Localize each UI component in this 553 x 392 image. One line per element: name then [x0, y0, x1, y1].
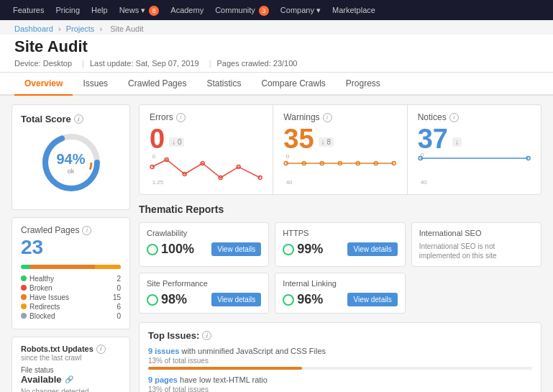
right-panel: Errors i 0 ↓ 0 1.25 0 — [139, 104, 541, 392]
report-https-row: 99% View details — [283, 242, 397, 257]
issue-item-1: 9 pages have low text-HTML ratio 13% of … — [148, 375, 532, 392]
notices-info-icon[interactable]: i — [449, 113, 459, 122]
left-panel: Total Score i 94% ok — [12, 104, 130, 392]
nav-news[interactable]: News ▾ 8 — [114, 0, 165, 20]
issue-pct-1: 13% of total issues — [148, 386, 532, 392]
report-https-name: HTTPS — [283, 229, 397, 237]
crawled-pages-title: Crawled Pages i — [21, 225, 121, 235]
robots-note: No changes detected — [21, 388, 121, 392]
report-linking-score: 96% — [283, 292, 323, 307]
legend-broken: Broken 0 — [21, 284, 121, 292]
warnings-title: Warnings i — [283, 112, 396, 122]
nav-help[interactable]: Help — [86, 0, 114, 20]
svg-text:0: 0 — [152, 153, 156, 160]
thematic-reports-title: Thematic Reports — [139, 204, 541, 215]
notices-value: 37 — [418, 125, 448, 152]
reports-grid: Crawlability 100% View details HTTPS — [139, 222, 541, 314]
total-score-title: Total Score i — [21, 114, 121, 124]
dot-have-issues — [21, 294, 27, 300]
nav-company[interactable]: Company ▾ — [275, 0, 326, 20]
errors-metric: Errors i 0 ↓ 0 1.25 0 — [140, 105, 273, 194]
view-details-linking[interactable]: View details — [347, 293, 397, 306]
bar-healthy — [21, 265, 30, 269]
metrics-row: Errors i 0 ↓ 0 1.25 0 — [139, 104, 541, 195]
view-details-perf[interactable]: View details — [211, 293, 261, 306]
warnings-value: 35 — [283, 125, 314, 152]
robots-subtitle: since the last crawl — [21, 354, 121, 362]
total-score-info-icon[interactable]: i — [74, 114, 83, 124]
report-internal-linking: Internal Linking 96% View details — [275, 273, 405, 314]
view-details-https[interactable]: View details — [347, 242, 397, 256]
crawled-pages-legend: Healthy 2 Broken 0 Have Issues — [21, 275, 121, 320]
issue-count-1: 9 pages — [148, 375, 178, 384]
tab-compare-crawls[interactable]: Compare Crawls — [251, 73, 335, 96]
page-header: Site Audit Device: Desktop | Last update… — [0, 35, 553, 73]
tab-issues[interactable]: Issues — [73, 73, 118, 96]
device-label: Device: Desktop — [14, 59, 72, 68]
nav-community[interactable]: Community 3 — [209, 0, 275, 20]
notices-title: Notices i — [418, 112, 531, 122]
warnings-chart: 40 0 — [283, 152, 396, 185]
robots-info-icon[interactable]: i — [96, 345, 106, 354]
svg-text:0: 0 — [286, 153, 290, 160]
warnings-info-icon[interactable]: i — [323, 113, 332, 122]
report-linking-name: Internal Linking — [283, 279, 397, 288]
report-https-score: 99% — [283, 242, 323, 257]
tab-progress[interactable]: Progress — [336, 73, 390, 96]
circle-icon-linking — [283, 294, 294, 306]
news-badge: 8 — [149, 6, 159, 16]
breadcrumb-dashboard[interactable]: Dashboard — [14, 24, 53, 33]
legend-redirects: Redirects 6 — [21, 303, 121, 311]
view-details-crawlability[interactable]: View details — [211, 242, 261, 256]
robots-link-icon[interactable]: 🔗 — [65, 375, 73, 383]
nav-academy[interactable]: Academy — [165, 0, 209, 20]
errors-chart: 1.25 0 — [150, 152, 262, 185]
issue-bar-bg-0 — [148, 367, 532, 370]
crawled-pages-bar — [21, 265, 121, 269]
report-https: HTTPS 99% View details — [275, 222, 405, 267]
issue-item-0: 9 issues with unminified JavaScript and … — [148, 347, 532, 370]
top-navigation: Features Pricing Help News ▾ 8 Academy C… — [0, 0, 553, 20]
dot-redirects — [21, 304, 27, 309]
score-label: ok — [56, 168, 85, 175]
report-intl-seo-name: International SEO — [419, 229, 534, 237]
tab-overview[interactable]: Overview — [14, 73, 73, 96]
report-crawlability-score: 100% — [147, 242, 194, 257]
main-content: Total Score i 94% ok — [0, 96, 553, 392]
breadcrumb-projects[interactable]: Projects — [66, 24, 95, 33]
legend-have-issues: Have Issues 15 — [21, 293, 121, 301]
report-international-seo: International SEO International SEO is n… — [411, 222, 541, 267]
report-crawlability-name: Crawlability — [147, 229, 261, 237]
page-meta: Device: Desktop | Last update: Sat, Sep … — [14, 59, 539, 68]
tab-crawled-pages[interactable]: Crawled Pages — [118, 73, 196, 96]
warnings-metric: Warnings i 35 ↓ 8 40 0 — [273, 105, 407, 194]
crawled-pages-info-icon[interactable]: i — [82, 226, 91, 235]
errors-value: 0 — [150, 125, 165, 152]
tab-statistics[interactable]: Statistics — [196, 73, 251, 96]
nav-marketplace[interactable]: Marketplace — [326, 0, 381, 20]
issue-pct-0: 13% of total issues — [148, 357, 532, 365]
breadcrumb-current: Site Audit — [110, 24, 143, 33]
svg-text:40: 40 — [286, 179, 293, 185]
top-issues-section: Top Issues: i 9 issues with unminified J… — [139, 322, 541, 392]
top-issues-info-icon[interactable]: i — [202, 331, 211, 340]
report-perf-name: Site Performance — [147, 279, 261, 288]
bar-have-issues — [30, 265, 95, 269]
nav-pricing[interactable]: Pricing — [50, 0, 86, 20]
robots-card: Robots.txt Updates i since the last craw… — [12, 337, 130, 392]
donut-text: 94% ok — [56, 151, 85, 175]
report-intl-seo-note: International SEO is not implemented on … — [419, 242, 534, 260]
circle-icon-crawlability — [147, 244, 158, 255]
report-perf-row: 98% View details — [147, 292, 261, 307]
report-linking-row: 96% View details — [283, 292, 397, 307]
svg-text:1.25: 1.25 — [152, 179, 164, 185]
notices-chart: 40 0 — [418, 152, 531, 185]
dot-healthy — [21, 275, 27, 281]
dot-blocked — [21, 313, 27, 319]
errors-info-icon[interactable]: i — [176, 113, 186, 122]
svg-text:0: 0 — [420, 152, 424, 158]
last-update: Last update: Sat, Sep 07, 2019 — [90, 59, 199, 68]
report-crawlability: Crawlability 100% View details — [139, 222, 269, 267]
total-score-card: Total Score i 94% ok — [12, 104, 130, 210]
nav-features[interactable]: Features — [7, 0, 50, 20]
